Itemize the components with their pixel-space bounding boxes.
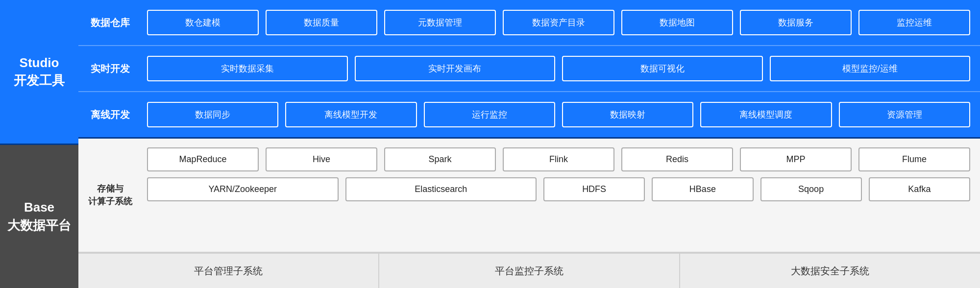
- base-bottom-row: 平台管理子系统 平台监控子系统 大数据安全子系统: [78, 253, 980, 288]
- base-item-elasticsearch[interactable]: Elasticsearch: [345, 177, 537, 201]
- base-items-row2: YARN/Zookeeper Elasticsearch HDFS HBase …: [147, 177, 970, 201]
- warehouse-label: 数据仓库: [78, 12, 142, 33]
- base-items-row1: MapReduce Hive Spark Flink Redis MPP Flu…: [147, 147, 970, 171]
- studio-row-offline: 离线开发 数据同步 离线模型开发 运行监控 数据映射 离线模型调度 资源管理: [78, 92, 980, 137]
- studio-label-line1: Studio: [14, 54, 65, 72]
- item-offline-6[interactable]: 资源管理: [839, 102, 970, 127]
- base-item-sqoop[interactable]: Sqoop: [760, 177, 862, 201]
- base-compute-row: 存储与 计算子系统 MapReduce Hive Spark Flink Red…: [78, 139, 980, 253]
- item-warehouse-7[interactable]: 监控运维: [858, 10, 970, 35]
- main-container: Studio 开发工具 Base 大数据平台 数据仓库 数仓建模 数据质量 元数…: [0, 0, 980, 288]
- item-realtime-4[interactable]: 模型监控/运维: [770, 56, 971, 81]
- studio-label-line2: 开发工具: [14, 72, 65, 89]
- warehouse-items: 数仓建模 数据质量 元数据管理 数据资产目录 数据地图 数据服务 监控运维: [142, 5, 980, 40]
- item-warehouse-3[interactable]: 元数据管理: [384, 10, 496, 35]
- base-item-mapreduce[interactable]: MapReduce: [147, 147, 259, 171]
- item-warehouse-2[interactable]: 数据质量: [266, 10, 377, 35]
- base-item-kafka[interactable]: Kafka: [869, 177, 970, 201]
- right-content: 数据仓库 数仓建模 数据质量 元数据管理 数据资产目录 数据地图 数据服务 监控…: [78, 0, 980, 288]
- base-label-line1: Base: [7, 198, 71, 216]
- studio-row-warehouse: 数据仓库 数仓建模 数据质量 元数据管理 数据资产目录 数据地图 数据服务 监控…: [78, 0, 980, 46]
- item-warehouse-1[interactable]: 数仓建模: [147, 10, 259, 35]
- left-labels: Studio 开发工具 Base 大数据平台: [0, 0, 78, 288]
- item-realtime-3[interactable]: 数据可视化: [562, 56, 763, 81]
- base-item-hive[interactable]: Hive: [266, 147, 377, 171]
- item-offline-1[interactable]: 数据同步: [147, 102, 278, 127]
- bottom-item-management[interactable]: 平台管理子系统: [78, 254, 379, 288]
- base-label-line2: 大数据平台: [7, 216, 71, 234]
- studio-label: Studio 开发工具: [0, 0, 78, 145]
- item-realtime-1[interactable]: 实时数据采集: [147, 56, 348, 81]
- base-item-mpp[interactable]: MPP: [740, 147, 852, 171]
- realtime-items: 实时数据采集 实时开发画布 数据可视化 模型监控/运维: [142, 51, 980, 86]
- compute-label: 存储与 计算子系统: [78, 145, 142, 245]
- base-item-flume[interactable]: Flume: [858, 147, 970, 171]
- item-offline-2[interactable]: 离线模型开发: [285, 102, 416, 127]
- item-warehouse-5[interactable]: 数据地图: [621, 10, 733, 35]
- compute-label-line2: 计算子系统: [88, 195, 132, 208]
- compute-label-line1: 存储与: [88, 183, 132, 195]
- base-label: Base 大数据平台: [0, 145, 78, 288]
- studio-row-realtime: 实时开发 实时数据采集 实时开发画布 数据可视化 模型监控/运维: [78, 46, 980, 92]
- offline-items: 数据同步 离线模型开发 运行监控 数据映射 离线模型调度 资源管理: [142, 97, 980, 132]
- base-compute-items: MapReduce Hive Spark Flink Redis MPP Flu…: [142, 145, 980, 245]
- bottom-item-security[interactable]: 大数据安全子系统: [680, 254, 980, 288]
- studio-section: 数据仓库 数仓建模 数据质量 元数据管理 数据资产目录 数据地图 数据服务 监控…: [78, 0, 980, 139]
- item-warehouse-4[interactable]: 数据资产目录: [503, 10, 614, 35]
- offline-label: 离线开发: [78, 104, 142, 125]
- item-offline-3[interactable]: 运行监控: [424, 102, 555, 127]
- base-item-hdfs[interactable]: HDFS: [543, 177, 645, 201]
- item-offline-4[interactable]: 数据映射: [562, 102, 693, 127]
- base-item-flink[interactable]: Flink: [503, 147, 614, 171]
- base-item-hbase[interactable]: HBase: [652, 177, 753, 201]
- base-item-redis[interactable]: Redis: [621, 147, 733, 171]
- item-realtime-2[interactable]: 实时开发画布: [355, 56, 556, 81]
- item-offline-5[interactable]: 离线模型调度: [700, 102, 832, 127]
- item-warehouse-6[interactable]: 数据服务: [740, 10, 852, 35]
- base-item-spark[interactable]: Spark: [384, 147, 496, 171]
- bottom-item-monitor[interactable]: 平台监控子系统: [379, 254, 680, 288]
- base-section: 存储与 计算子系统 MapReduce Hive Spark Flink Red…: [78, 139, 980, 288]
- realtime-label: 实时开发: [78, 58, 142, 79]
- base-item-yarn[interactable]: YARN/Zookeeper: [147, 177, 339, 201]
